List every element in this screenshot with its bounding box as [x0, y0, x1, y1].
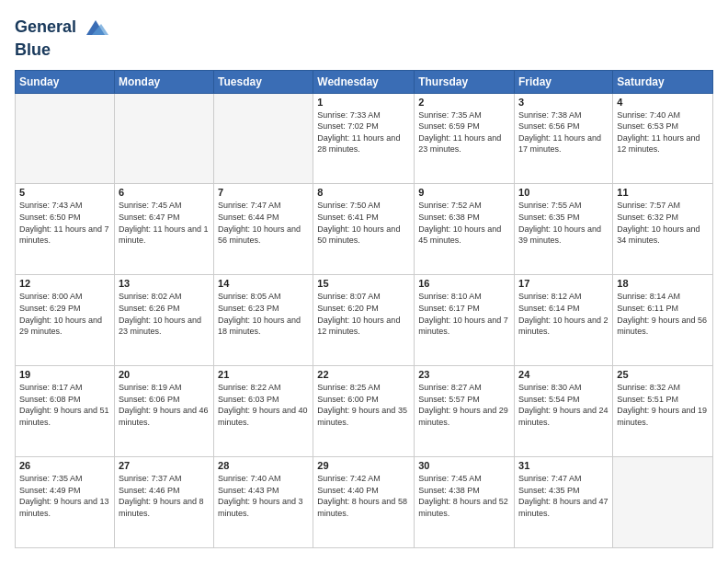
calendar-cell: 21Sunrise: 8:22 AM Sunset: 6:03 PM Dayli… [214, 366, 313, 457]
calendar-cell: 24Sunrise: 8:30 AM Sunset: 5:54 PM Dayli… [515, 366, 613, 457]
day-info: Sunrise: 7:47 AM Sunset: 4:35 PM Dayligh… [518, 473, 609, 519]
day-info: Sunrise: 7:40 AM Sunset: 6:53 PM Dayligh… [617, 109, 709, 155]
calendar-cell: 16Sunrise: 8:10 AM Sunset: 6:17 PM Dayli… [415, 275, 515, 366]
day-info: Sunrise: 7:37 AM Sunset: 4:46 PM Dayligh… [119, 473, 210, 519]
calendar-cell: 11Sunrise: 7:57 AM Sunset: 6:32 PM Dayli… [613, 184, 713, 275]
calendar-cell: 26Sunrise: 7:35 AM Sunset: 4:49 PM Dayli… [16, 457, 115, 548]
calendar-cell: 31Sunrise: 7:47 AM Sunset: 4:35 PM Dayli… [515, 457, 613, 548]
day-number: 9 [418, 187, 510, 198]
day-info: Sunrise: 8:00 AM Sunset: 6:29 PM Dayligh… [19, 291, 110, 337]
calendar-cell: 25Sunrise: 8:32 AM Sunset: 5:51 PM Dayli… [613, 366, 713, 457]
day-info: Sunrise: 7:45 AM Sunset: 4:38 PM Dayligh… [418, 473, 510, 519]
calendar-cell: 29Sunrise: 7:42 AM Sunset: 4:40 PM Dayli… [313, 457, 415, 548]
calendar-cell: 30Sunrise: 7:45 AM Sunset: 4:38 PM Dayli… [415, 457, 515, 548]
day-number: 16 [418, 278, 510, 289]
column-header-monday: Monday [114, 70, 213, 93]
calendar-cell: 6Sunrise: 7:45 AM Sunset: 6:47 PM Daylig… [114, 184, 213, 275]
header: General Blue [15, 15, 713, 61]
calendar-cell [16, 93, 115, 184]
day-info: Sunrise: 8:05 AM Sunset: 6:23 PM Dayligh… [218, 291, 309, 337]
day-number: 29 [317, 460, 410, 471]
calendar-cell: 5Sunrise: 7:43 AM Sunset: 6:50 PM Daylig… [16, 184, 115, 275]
day-number: 3 [518, 97, 609, 108]
calendar-cell [214, 93, 313, 184]
calendar-cell: 23Sunrise: 8:27 AM Sunset: 5:57 PM Dayli… [415, 366, 515, 457]
day-info: Sunrise: 7:35 AM Sunset: 6:59 PM Dayligh… [418, 109, 510, 155]
day-info: Sunrise: 7:47 AM Sunset: 6:44 PM Dayligh… [218, 200, 309, 246]
day-number: 24 [518, 369, 609, 380]
calendar-cell: 20Sunrise: 8:19 AM Sunset: 6:06 PM Dayli… [114, 366, 213, 457]
day-info: Sunrise: 8:14 AM Sunset: 6:11 PM Dayligh… [617, 291, 709, 337]
day-info: Sunrise: 8:12 AM Sunset: 6:14 PM Dayligh… [518, 291, 609, 337]
day-info: Sunrise: 7:33 AM Sunset: 7:02 PM Dayligh… [317, 109, 410, 155]
calendar-cell: 9Sunrise: 7:52 AM Sunset: 6:38 PM Daylig… [415, 184, 515, 275]
day-number: 22 [317, 369, 410, 380]
day-number: 10 [518, 187, 609, 198]
page: General Blue SundayMondayTuesdayWednesda… [0, 0, 728, 563]
day-number: 14 [218, 278, 309, 289]
column-header-friday: Friday [515, 70, 613, 93]
day-number: 25 [617, 369, 709, 380]
day-info: Sunrise: 7:55 AM Sunset: 6:35 PM Dayligh… [518, 200, 609, 246]
day-number: 31 [518, 460, 609, 471]
day-number: 6 [119, 187, 210, 198]
column-header-wednesday: Wednesday [313, 70, 415, 93]
calendar-cell: 13Sunrise: 8:02 AM Sunset: 6:26 PM Dayli… [114, 275, 213, 366]
calendar-cell: 7Sunrise: 7:47 AM Sunset: 6:44 PM Daylig… [214, 184, 313, 275]
day-number: 20 [119, 369, 210, 380]
calendar-cell: 18Sunrise: 8:14 AM Sunset: 6:11 PM Dayli… [613, 275, 713, 366]
calendar-cell: 2Sunrise: 7:35 AM Sunset: 6:59 PM Daylig… [415, 93, 515, 184]
logo-text: General [15, 15, 108, 40]
calendar-cell: 3Sunrise: 7:38 AM Sunset: 6:56 PM Daylig… [515, 93, 613, 184]
logo: General Blue [15, 15, 108, 61]
day-number: 17 [518, 278, 609, 289]
day-info: Sunrise: 7:45 AM Sunset: 6:47 PM Dayligh… [119, 200, 210, 246]
day-info: Sunrise: 8:19 AM Sunset: 6:06 PM Dayligh… [119, 382, 210, 428]
calendar-cell: 19Sunrise: 8:17 AM Sunset: 6:08 PM Dayli… [16, 366, 115, 457]
calendar-cell: 8Sunrise: 7:50 AM Sunset: 6:41 PM Daylig… [313, 184, 415, 275]
day-number: 8 [317, 187, 410, 198]
calendar-cell: 17Sunrise: 8:12 AM Sunset: 6:14 PM Dayli… [515, 275, 613, 366]
day-number: 2 [418, 97, 510, 108]
day-info: Sunrise: 7:43 AM Sunset: 6:50 PM Dayligh… [19, 200, 110, 246]
day-number: 18 [617, 278, 709, 289]
day-info: Sunrise: 8:22 AM Sunset: 6:03 PM Dayligh… [218, 382, 309, 428]
day-number: 19 [19, 369, 110, 380]
day-info: Sunrise: 7:57 AM Sunset: 6:32 PM Dayligh… [617, 200, 709, 246]
day-info: Sunrise: 8:27 AM Sunset: 5:57 PM Dayligh… [418, 382, 510, 428]
day-info: Sunrise: 7:38 AM Sunset: 6:56 PM Dayligh… [518, 109, 609, 155]
day-info: Sunrise: 8:32 AM Sunset: 5:51 PM Dayligh… [617, 382, 709, 428]
calendar-cell [613, 457, 713, 548]
calendar-table: SundayMondayTuesdayWednesdayThursdayFrid… [15, 70, 713, 548]
day-info: Sunrise: 8:30 AM Sunset: 5:54 PM Dayligh… [518, 382, 609, 428]
day-info: Sunrise: 7:40 AM Sunset: 4:43 PM Dayligh… [218, 473, 309, 519]
day-number: 1 [317, 97, 410, 108]
day-number: 27 [119, 460, 210, 471]
logo-text2: Blue [15, 40, 108, 61]
logo-icon [83, 15, 108, 40]
calendar-cell: 1Sunrise: 7:33 AM Sunset: 7:02 PM Daylig… [313, 93, 415, 184]
day-number: 23 [418, 369, 510, 380]
day-info: Sunrise: 8:07 AM Sunset: 6:20 PM Dayligh… [317, 291, 410, 337]
day-number: 12 [19, 278, 110, 289]
day-number: 7 [218, 187, 309, 198]
calendar-cell: 27Sunrise: 7:37 AM Sunset: 4:46 PM Dayli… [114, 457, 213, 548]
day-info: Sunrise: 7:52 AM Sunset: 6:38 PM Dayligh… [418, 200, 510, 246]
day-number: 21 [218, 369, 309, 380]
day-info: Sunrise: 8:17 AM Sunset: 6:08 PM Dayligh… [19, 382, 110, 428]
column-header-saturday: Saturday [613, 70, 713, 93]
calendar-cell: 4Sunrise: 7:40 AM Sunset: 6:53 PM Daylig… [613, 93, 713, 184]
calendar-cell [114, 93, 213, 184]
day-info: Sunrise: 8:10 AM Sunset: 6:17 PM Dayligh… [418, 291, 510, 337]
day-info: Sunrise: 7:42 AM Sunset: 4:40 PM Dayligh… [317, 473, 410, 519]
day-number: 5 [19, 187, 110, 198]
day-info: Sunrise: 7:50 AM Sunset: 6:41 PM Dayligh… [317, 200, 410, 246]
calendar-cell: 12Sunrise: 8:00 AM Sunset: 6:29 PM Dayli… [16, 275, 115, 366]
column-header-tuesday: Tuesday [214, 70, 313, 93]
column-header-thursday: Thursday [415, 70, 515, 93]
day-number: 13 [119, 278, 210, 289]
day-number: 26 [19, 460, 110, 471]
day-info: Sunrise: 8:25 AM Sunset: 6:00 PM Dayligh… [317, 382, 410, 428]
calendar-cell: 14Sunrise: 8:05 AM Sunset: 6:23 PM Dayli… [214, 275, 313, 366]
day-number: 11 [617, 187, 709, 198]
